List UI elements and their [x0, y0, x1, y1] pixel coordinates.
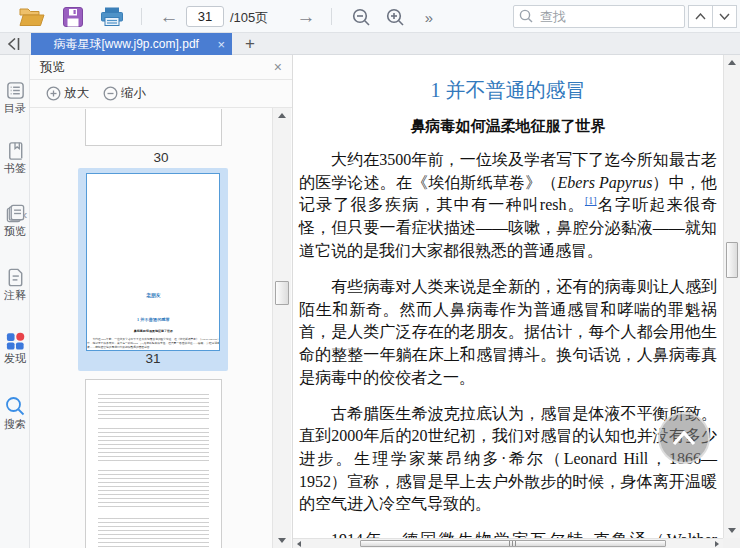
- zoom-in-label: 放大: [64, 85, 89, 102]
- preview-scrollbar[interactable]: [272, 108, 291, 548]
- thumbnail-list: 30 老朋友 1 并不普通的感冒 鼻病毒如何温柔地征服了世界 大约在3500年前…: [30, 109, 292, 548]
- italic-text: Ebers Papyrus: [558, 174, 653, 191]
- zoom-in-icon: [386, 8, 405, 27]
- next-page-button[interactable]: →: [295, 6, 317, 27]
- mini-chapter-title: 1 并不普通的感冒: [87, 317, 220, 322]
- zoom-out-label: 缩小: [121, 85, 146, 102]
- document-tab[interactable]: 病毒星球[www.j9p.com].pdf ×: [31, 33, 232, 55]
- footnote-link[interactable]: [1]: [585, 195, 597, 206]
- save-floppy-icon: [63, 7, 83, 27]
- mini-running-head: 老朋友: [87, 292, 220, 298]
- preview-scrollbar-thumb[interactable]: [275, 281, 289, 305]
- zoom-out-button[interactable]: [350, 7, 372, 27]
- new-tab-button[interactable]: +: [240, 33, 260, 55]
- discover-icon: [5, 330, 26, 351]
- open-file-button[interactable]: [18, 6, 46, 27]
- sidebar-label-bookmarks: 书签: [0, 162, 30, 175]
- search-box: [513, 5, 685, 28]
- scrollbar-corner: [723, 538, 740, 548]
- printer-icon: [101, 7, 123, 26]
- preview-panel-header: 预览 ×: [30, 55, 292, 80]
- save-button[interactable]: [62, 6, 84, 27]
- scroll-to-top-button[interactable]: [658, 412, 710, 464]
- toolbar-separator: [141, 8, 142, 25]
- toolbar: ← /105页 → »: [0, 0, 740, 33]
- page-number-input[interactable]: [186, 6, 224, 27]
- zoom-in-circle-icon: [46, 86, 61, 101]
- preview-panel-title: 预览: [40, 59, 274, 76]
- paragraph: 古希腊医生希波克拉底认为，感冒是体液不平衡所致。直到2000年后的20世纪初，我…: [299, 403, 717, 517]
- paragraph: 大约在3500年前，一位埃及学者写下了迄今所知最古老的医学论述。在《埃伯斯纸草卷…: [299, 149, 717, 263]
- mini-paragraph: 大约在3500年前，一位埃及学者写下了迄今所知最古老的医学论述。在《埃伯斯纸草卷…: [87, 337, 220, 350]
- more-tools-button[interactable]: »: [420, 7, 438, 27]
- scroll-down-button[interactable]: [724, 523, 740, 538]
- scroll-left-button[interactable]: [293, 539, 305, 548]
- toc-icon: [5, 80, 26, 101]
- sidebar-label-discover: 发现: [0, 352, 30, 365]
- vertical-scrollbar[interactable]: [723, 55, 740, 538]
- sidebar-item-discover[interactable]: 发现: [0, 330, 30, 365]
- preview-close-icon[interactable]: ×: [274, 60, 282, 74]
- sidebar-label-preview: 预览: [0, 225, 30, 238]
- chevron-up-icon: [695, 13, 706, 20]
- open-folder-icon: [19, 7, 45, 27]
- print-button[interactable]: [100, 6, 124, 27]
- thumbnail-page-32[interactable]: [85, 379, 222, 548]
- annotation-icon: [5, 267, 26, 288]
- thumbnail-zoom-out-button[interactable]: 缩小: [103, 85, 146, 102]
- vertical-scrollbar-thumb[interactable]: [726, 242, 738, 278]
- document-page: 1 并不普通的感冒 鼻病毒如何温柔地征服了世界 大约在3500年前，一位埃及学者…: [293, 55, 723, 538]
- horizontal-scrollbar-thumb[interactable]: [360, 540, 666, 547]
- paragraph: 1914年，德国微生物学家瓦尔特·克鲁泽（Walther Kruse）分析了他的…: [299, 529, 717, 538]
- thumbnail-mini-document: 老朋友 1 并不普通的感冒 鼻病毒如何温柔地征服了世界 大约在3500年前，一位…: [87, 292, 220, 351]
- scroll-up-button[interactable]: [724, 55, 740, 70]
- mini-chapter-subtitle: 鼻病毒如何温柔地征服了世界: [87, 329, 220, 333]
- sidebar-label-annotations: 注释: [0, 289, 30, 302]
- paragraph: 有些病毒对人类来说是全新的，还有的病毒则让人感到陌生和新奇。然而人鼻病毒作为普通…: [299, 276, 717, 390]
- tab-bar: 病毒星球[www.j9p.com].pdf × +: [0, 33, 740, 55]
- chapter-title: 1 并不普通的感冒: [299, 77, 717, 104]
- previous-page-button[interactable]: ←: [158, 6, 180, 27]
- sidebar-search-icon: [4, 395, 26, 417]
- search-icon: [519, 9, 533, 23]
- preview-scroll-down-button[interactable]: [273, 533, 291, 548]
- left-sidebar: 目录 书签 预览: [0, 55, 30, 548]
- pdf-reader-window: ← /105页 → »: [0, 0, 740, 548]
- thumbnail-zoom-in-button[interactable]: 放大: [46, 85, 89, 102]
- sidebar-item-bookmarks[interactable]: 书签: [0, 140, 30, 175]
- chevron-up-icon: [671, 430, 697, 446]
- document-tab-title: 病毒星球[www.j9p.com].pdf: [41, 36, 211, 53]
- collapse-tabs-button[interactable]: [6, 36, 21, 56]
- thumbnail-page-31: 老朋友 1 并不普通的感冒 鼻病毒如何温柔地征服了世界 大约在3500年前，一位…: [86, 173, 220, 351]
- find-previous-button[interactable]: [688, 5, 713, 28]
- page-total-label: /105页: [230, 9, 268, 27]
- thumbnail-label-31: 31: [78, 351, 228, 366]
- document-view: 1 并不普通的感冒 鼻病毒如何温柔地征服了世界 大约在3500年前，一位埃及学者…: [293, 55, 740, 548]
- tab-close-icon[interactable]: ×: [217, 38, 225, 51]
- workspace: 目录 书签 预览: [0, 55, 740, 548]
- sidebar-item-search[interactable]: 搜索: [0, 395, 30, 431]
- preview-scroll-up-button[interactable]: [273, 108, 291, 123]
- find-nav-group: [688, 5, 737, 28]
- horizontal-scrollbar[interactable]: [293, 538, 723, 548]
- chevron-left-bar-icon: [6, 36, 21, 52]
- search-input[interactable]: [513, 5, 685, 28]
- bookmark-icon: [5, 140, 26, 161]
- zoom-out-circle-icon: [103, 86, 118, 101]
- zoom-in-button[interactable]: [384, 7, 406, 27]
- preview-zoom-controls: 放大 缩小: [30, 80, 292, 108]
- chevron-down-icon: [719, 13, 730, 20]
- preview-panel: 预览 × 放大 缩小: [30, 55, 293, 548]
- scroll-right-button[interactable]: [711, 539, 723, 548]
- thumbnail-label-30: 30: [30, 150, 292, 165]
- sidebar-item-toc[interactable]: 目录: [0, 80, 30, 115]
- thumbnail-page-31-selected[interactable]: 老朋友 1 并不普通的感冒 鼻病毒如何温柔地征服了世界 大约在3500年前，一位…: [78, 168, 228, 371]
- sidebar-label-toc: 目录: [0, 102, 30, 115]
- chapter-subtitle: 鼻病毒如何温柔地征服了世界: [299, 117, 717, 136]
- zoom-out-icon: [352, 8, 371, 27]
- scrollbar-grip: [509, 541, 517, 546]
- thumbnail-page-30[interactable]: [85, 109, 222, 146]
- toolbar-separator: [331, 8, 332, 25]
- find-next-button[interactable]: [713, 5, 737, 28]
- sidebar-item-annotations[interactable]: 注释: [0, 267, 30, 302]
